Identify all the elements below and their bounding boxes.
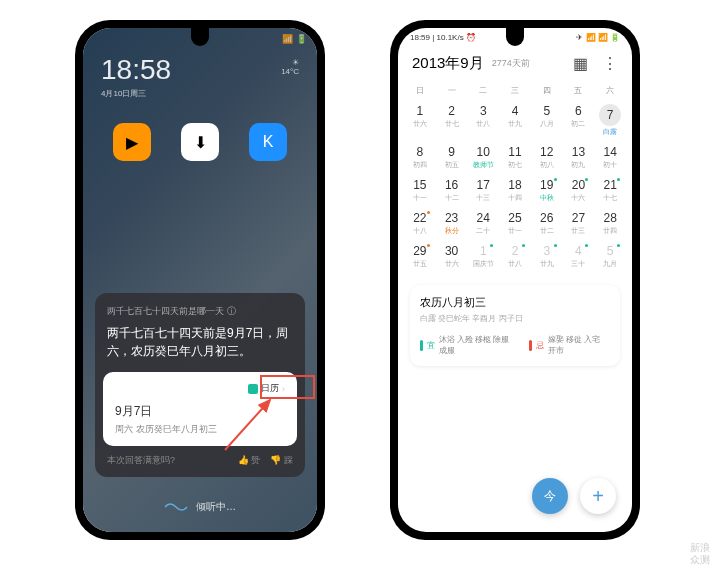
detail-title: 农历八月初三 <box>420 295 610 310</box>
calendar-day[interactable]: 15十一 <box>404 174 436 207</box>
calendar-day[interactable]: 5八月 <box>531 100 563 141</box>
calendar-day[interactable]: 9初五 <box>436 141 468 174</box>
calendar-day[interactable]: 13初九 <box>563 141 595 174</box>
calendar-day[interactable]: 16十二 <box>436 174 468 207</box>
notch <box>191 28 209 46</box>
weekday: 一 <box>436 85 468 96</box>
more-icon[interactable]: ⋮ <box>602 54 618 73</box>
calendar-day[interactable]: 30廿六 <box>436 240 468 273</box>
days-ago: 2774天前 <box>492 57 530 70</box>
calendar-day[interactable]: 5九月 <box>594 240 626 273</box>
calendar-day[interactable]: 23秋分 <box>436 207 468 240</box>
calendar-day[interactable]: 7白露 <box>594 100 626 141</box>
assistant-question: 两千七百七十四天前是哪一天 ⓘ <box>107 305 293 318</box>
notch <box>506 28 524 46</box>
like-button[interactable]: 👍 赞 <box>238 454 261 467</box>
calendar-day[interactable]: 27廿三 <box>563 207 595 240</box>
status-left: 18:59 | 10.1K/s ⏰ <box>410 33 476 42</box>
svg-line-0 <box>225 400 270 450</box>
calendar-day[interactable]: 14初十 <box>594 141 626 174</box>
detail-sub: 白露 癸巳蛇年 辛酉月 丙子日 <box>420 313 610 324</box>
calendar-day[interactable]: 3廿八 <box>467 100 499 141</box>
weekday: 二 <box>467 85 499 96</box>
phone-left: 📶 🔋 18:58 4月10日周三 ☀14°C ▶ ⬇ K 两千七百七十四天前是… <box>75 20 325 540</box>
calendar-day[interactable]: 6初二 <box>563 100 595 141</box>
yi-indicator <box>420 340 423 351</box>
calendar-day[interactable]: 2廿七 <box>436 100 468 141</box>
app-kugou[interactable]: K <box>249 123 287 161</box>
wave-icon <box>164 501 188 513</box>
calendar-day[interactable]: 19中秋 <box>531 174 563 207</box>
weather-widget[interactable]: ☀14°C <box>281 58 299 76</box>
calendar-day[interactable]: 11初七 <box>499 141 531 174</box>
calendar-day[interactable]: 20十六 <box>563 174 595 207</box>
add-event-button[interactable]: + <box>580 478 616 514</box>
calendar-day[interactable]: 12初八 <box>531 141 563 174</box>
month-title[interactable]: 2013年9月 <box>412 54 484 73</box>
ji-section: 忌 嫁娶 移徙 入宅 开市 <box>529 334 610 356</box>
feedback-question: 本次回答满意吗? <box>107 454 175 467</box>
view-toggle-icon[interactable]: ▦ <box>573 54 588 73</box>
app-tencent-video[interactable]: ▶ <box>113 123 151 161</box>
annotation-arrow <box>220 395 280 455</box>
weekday: 三 <box>499 85 531 96</box>
status-right: ✈ 📶 📶 🔋 <box>576 33 620 42</box>
screen-left: 📶 🔋 18:58 4月10日周三 ☀14°C ▶ ⬇ K 两千七百七十四天前是… <box>83 28 317 532</box>
weekday-header: 日一二三四五六 <box>398 81 632 100</box>
dislike-button[interactable]: 👎 踩 <box>270 454 293 467</box>
calendar-day[interactable]: 4廿九 <box>499 100 531 141</box>
phone-right: 18:59 | 10.1K/s ⏰ ✈ 📶 📶 🔋 2013年9月 2774天前… <box>390 20 640 540</box>
calendar-day[interactable]: 4三十 <box>563 240 595 273</box>
clock-time: 18:58 <box>101 54 171 86</box>
calendar-day[interactable]: 29廿五 <box>404 240 436 273</box>
calendar-day[interactable]: 22十八 <box>404 207 436 240</box>
calendar-day[interactable]: 28廿四 <box>594 207 626 240</box>
calendar-day[interactable]: 1国庆节 <box>467 240 499 273</box>
calendar-day[interactable]: 2廿八 <box>499 240 531 273</box>
app-row: ▶ ⬇ K <box>83 123 317 161</box>
fab-container: 今 + <box>532 478 616 514</box>
calendar-day[interactable]: 8初四 <box>404 141 436 174</box>
assistant-answer: 两千七百七十四天前是9月7日，周六，农历癸巳年八月初三。 <box>107 324 293 360</box>
calendar-icon <box>248 384 258 394</box>
calendar-day[interactable]: 3廿九 <box>531 240 563 273</box>
calendar-day[interactable]: 21十七 <box>594 174 626 207</box>
ji-indicator <box>529 340 532 351</box>
yi-section: 宜 沐浴 入殓 移柩 除服 成服 <box>420 334 517 356</box>
calendar-day[interactable]: 17十三 <box>467 174 499 207</box>
weekday: 四 <box>531 85 563 96</box>
screen-right: 18:59 | 10.1K/s ⏰ ✈ 📶 📶 🔋 2013年9月 2774天前… <box>398 28 632 532</box>
feedback-row: 本次回答满意吗? 👍 赞 👎 踩 <box>95 454 305 477</box>
weekday: 五 <box>563 85 595 96</box>
day-detail-card[interactable]: 农历八月初三 白露 癸巳蛇年 辛酉月 丙子日 宜 沐浴 入殓 移柩 除服 成服 … <box>410 285 620 366</box>
today-button[interactable]: 今 <box>532 478 568 514</box>
calendar-day[interactable]: 10教师节 <box>467 141 499 174</box>
calendar-day[interactable]: 18十四 <box>499 174 531 207</box>
calendar-day[interactable]: 24二十 <box>467 207 499 240</box>
watermark: 新浪众测 <box>690 542 710 566</box>
calendar-day[interactable]: 26廿二 <box>531 207 563 240</box>
weekday: 六 <box>594 85 626 96</box>
app-store[interactable]: ⬇ <box>181 123 219 161</box>
listening-indicator: 倾听中… <box>83 500 317 514</box>
calendar-day[interactable]: 25廿一 <box>499 207 531 240</box>
weekday: 日 <box>404 85 436 96</box>
calendar-header: 2013年9月 2774天前 ▦ ⋮ <box>398 46 632 81</box>
calendar-grid: 1廿六2廿七3廿八4廿九5八月6初二7白露8初四9初五10教师节11初七12初八… <box>398 100 632 273</box>
calendar-day[interactable]: 1廿六 <box>404 100 436 141</box>
status-right: 📶 🔋 <box>282 34 307 44</box>
clock-date: 4月10日周三 <box>101 88 146 99</box>
